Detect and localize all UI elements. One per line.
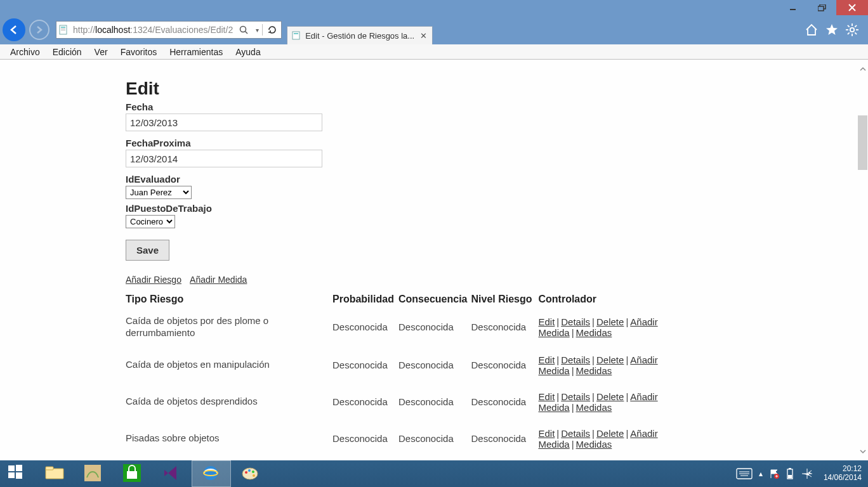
scroll-down-icon[interactable] bbox=[857, 446, 868, 457]
save-button[interactable]: Save bbox=[126, 240, 169, 261]
page-title: Edit bbox=[126, 79, 760, 99]
menu-archivo[interactable]: Archivo bbox=[4, 45, 46, 59]
refresh-button[interactable] bbox=[262, 24, 281, 36]
start-button[interactable] bbox=[0, 460, 34, 487]
label-fecha: Fecha bbox=[126, 101, 760, 112]
menu-ver[interactable]: Ver bbox=[88, 45, 114, 59]
svg-rect-28 bbox=[84, 465, 101, 481]
row-details-link[interactable]: Details bbox=[561, 316, 590, 327]
cell-ctrl: Edit|Details|Delete|Añadir Medida|Medida… bbox=[538, 308, 703, 347]
table-row: Caída de objetos desprendidosDesconocida… bbox=[126, 384, 703, 420]
settings-icon[interactable] bbox=[845, 23, 859, 37]
battery-icon[interactable] bbox=[786, 467, 794, 480]
scroll-up-icon[interactable] bbox=[857, 63, 868, 74]
svg-point-36 bbox=[252, 471, 254, 473]
svg-rect-7 bbox=[61, 29, 65, 29]
add-medida-link[interactable]: Añadir Medida bbox=[190, 275, 247, 285]
keyboard-icon[interactable] bbox=[736, 468, 753, 479]
svg-line-20 bbox=[855, 25, 857, 27]
tray-time: 20:12 bbox=[824, 465, 862, 474]
row-medidas-link[interactable]: Medidas bbox=[576, 439, 612, 450]
svg-rect-12 bbox=[294, 33, 298, 34]
cell-tipo: Choques contra objetos inmóviles bbox=[126, 457, 332, 461]
col-ctrl: Controlador bbox=[538, 291, 703, 308]
col-cons: Consecuencia bbox=[398, 291, 471, 308]
cell-cons: Desconocida bbox=[398, 457, 471, 461]
puesto-select[interactable]: Cocinero bbox=[126, 215, 175, 228]
cell-tipo: Caída de objetos por des plome o derrumb… bbox=[126, 308, 332, 347]
browser-tab[interactable]: Edit - Gestión de Riesgos la... ✕ bbox=[287, 26, 433, 44]
row-details-link[interactable]: Details bbox=[561, 354, 590, 365]
row-delete-link[interactable]: Delete bbox=[596, 428, 624, 439]
tab-title: Edit - Gestión de Riesgos la... bbox=[305, 31, 414, 41]
browser-toolbar-right bbox=[805, 23, 865, 37]
evaluador-select[interactable]: Juan Perez bbox=[126, 186, 192, 199]
back-button[interactable] bbox=[3, 18, 25, 41]
row-medidas-link[interactable]: Medidas bbox=[576, 402, 612, 413]
fecha-input[interactable] bbox=[126, 114, 322, 131]
address-dropdown-icon[interactable]: ▾ bbox=[252, 27, 262, 34]
page-icon bbox=[56, 22, 70, 37]
tab-close-icon[interactable]: ✕ bbox=[419, 31, 428, 41]
row-medidas-link[interactable]: Medidas bbox=[576, 365, 612, 376]
table-row: Choques contra objetos inmóvilesDesconoc… bbox=[126, 457, 703, 461]
tab-strip: Edit - Gestión de Riesgos la... ✕ bbox=[287, 15, 433, 44]
svg-point-35 bbox=[248, 469, 251, 472]
tray-date: 14/06/2014 bbox=[824, 474, 862, 483]
scroll-thumb[interactable] bbox=[858, 115, 867, 170]
svg-rect-6 bbox=[61, 27, 65, 28]
table-row: Pisadas sobre objetosDesconocidaDesconoc… bbox=[126, 420, 703, 457]
address-url[interactable]: http://localhost:1324/Evaluaciones/Edit/… bbox=[70, 25, 235, 35]
row-delete-link[interactable]: Delete bbox=[596, 391, 624, 402]
forward-button[interactable] bbox=[29, 20, 49, 40]
row-edit-link[interactable]: Edit bbox=[538, 391, 555, 402]
window-close-button[interactable] bbox=[836, 0, 868, 15]
svg-point-9 bbox=[240, 27, 246, 32]
favorites-icon[interactable] bbox=[825, 23, 839, 37]
label-id-puesto: IdPuestoDeTrabajo bbox=[126, 203, 760, 214]
svg-rect-46 bbox=[789, 468, 791, 469]
taskbar-visual-studio[interactable] bbox=[152, 460, 192, 487]
system-tray: ▴ 20:12 14/06/2014 bbox=[736, 465, 868, 483]
row-medidas-link[interactable]: Medidas bbox=[576, 327, 612, 338]
row-edit-link[interactable]: Edit bbox=[538, 316, 555, 327]
menu-edicion[interactable]: Edición bbox=[46, 45, 88, 59]
window-minimize-button[interactable] bbox=[778, 0, 807, 15]
fecha-proxima-input[interactable] bbox=[126, 150, 322, 167]
taskbar-explorer[interactable] bbox=[34, 460, 74, 487]
tray-clock[interactable]: 20:12 14/06/2014 bbox=[820, 465, 862, 483]
row-details-link[interactable]: Details bbox=[561, 428, 590, 439]
cell-nivel: Desconocida bbox=[471, 384, 538, 420]
address-bar[interactable]: http://localhost:1324/Evaluaciones/Edit/… bbox=[56, 21, 282, 39]
window-maximize-button[interactable] bbox=[807, 0, 836, 15]
cell-prob: Desconocida bbox=[332, 457, 398, 461]
cell-cons: Desconocida bbox=[398, 384, 471, 420]
menu-favoritos[interactable]: Favoritos bbox=[114, 45, 164, 59]
search-icon[interactable] bbox=[235, 25, 252, 35]
svg-line-19 bbox=[855, 32, 857, 34]
taskbar-ie[interactable] bbox=[192, 460, 231, 487]
cell-ctrl: Edit|Details|Delete|Añadir Medida|Medida… bbox=[538, 420, 703, 457]
flag-icon[interactable] bbox=[769, 469, 779, 479]
taskbar-app2[interactable] bbox=[74, 460, 113, 487]
taskbar-paint[interactable] bbox=[231, 460, 270, 487]
svg-rect-11 bbox=[293, 32, 299, 39]
row-edit-link[interactable]: Edit bbox=[538, 354, 555, 365]
menu-herramientas[interactable]: Herramientas bbox=[163, 45, 229, 59]
riesgos-table: Tipo Riesgo Probabilidad Consecuencia Ni… bbox=[126, 291, 703, 460]
svg-rect-47 bbox=[788, 475, 792, 478]
row-details-link[interactable]: Details bbox=[561, 391, 590, 402]
menu-ayuda[interactable]: Ayuda bbox=[229, 45, 266, 59]
row-delete-link[interactable]: Delete bbox=[596, 354, 624, 365]
cell-prob: Desconocida bbox=[332, 384, 398, 420]
tray-chevron-icon[interactable]: ▴ bbox=[759, 469, 763, 478]
home-icon[interactable] bbox=[805, 23, 819, 37]
taskbar: ▴ 20:12 14/06/2014 bbox=[0, 460, 868, 487]
cell-prob: Desconocida bbox=[332, 420, 398, 457]
taskbar-store[interactable] bbox=[113, 460, 152, 487]
row-delete-link[interactable]: Delete bbox=[596, 316, 624, 327]
airplane-icon[interactable] bbox=[801, 467, 813, 480]
add-riesgo-link[interactable]: Añadir Riesgo bbox=[126, 275, 181, 285]
row-edit-link[interactable]: Edit bbox=[538, 428, 555, 439]
svg-rect-2 bbox=[818, 6, 824, 11]
